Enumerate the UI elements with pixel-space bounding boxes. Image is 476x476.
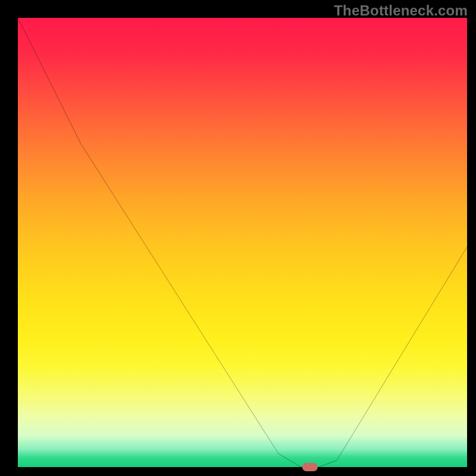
watermark-text: TheBottleneck.com [334,2,468,19]
plot-area [18,18,467,467]
chart-frame: TheBottleneck.com [0,0,476,476]
bottleneck-curve [18,18,467,467]
curve-path [18,18,467,467]
bottleneck-marker [302,463,318,471]
